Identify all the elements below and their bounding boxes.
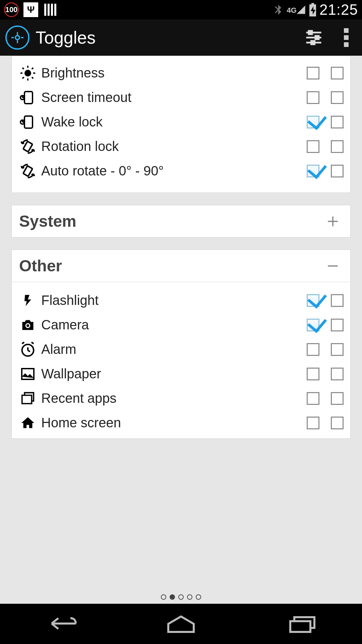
pager-dot[interactable] bbox=[161, 594, 166, 600]
barcode-icon bbox=[43, 2, 58, 17]
checkbox-secondary[interactable] bbox=[331, 140, 344, 153]
svg-rect-7 bbox=[344, 28, 349, 33]
pager-dot[interactable] bbox=[170, 594, 175, 600]
svg-rect-5 bbox=[315, 36, 319, 39]
svg-line-37 bbox=[22, 342, 24, 343]
section-system-title: System bbox=[19, 212, 76, 230]
toggle-row[interactable]: Brightness bbox=[12, 61, 350, 85]
checkbox-secondary[interactable] bbox=[331, 67, 344, 79]
checkbox-secondary[interactable] bbox=[331, 116, 344, 128]
svg-rect-6 bbox=[311, 41, 315, 44]
checkbox-primary[interactable] bbox=[307, 67, 319, 79]
svg-rect-23 bbox=[24, 116, 33, 128]
home-icon bbox=[16, 415, 40, 431]
battery-charging-icon bbox=[309, 3, 317, 16]
collapse-icon[interactable] bbox=[325, 258, 341, 274]
svg-rect-40 bbox=[22, 395, 32, 404]
recent-apps-button[interactable] bbox=[282, 612, 322, 636]
pager-dot[interactable] bbox=[187, 594, 192, 600]
toggle-row[interactable]: Wallpaper bbox=[12, 362, 350, 386]
svg-rect-4 bbox=[309, 31, 312, 34]
back-button[interactable] bbox=[40, 612, 80, 636]
checkbox-primary[interactable] bbox=[307, 368, 319, 380]
svg-line-15 bbox=[22, 68, 24, 69]
overflow-menu-icon[interactable] bbox=[344, 28, 349, 47]
content-area: BrightnessScreen timeoutWake lockRotatio… bbox=[0, 56, 362, 604]
checkbox-secondary[interactable] bbox=[331, 294, 344, 307]
toggle-row[interactable]: Recent apps bbox=[12, 386, 350, 411]
svg-line-17 bbox=[22, 77, 24, 78]
checkbox-primary[interactable] bbox=[307, 116, 319, 128]
checkbox-primary[interactable] bbox=[307, 165, 319, 177]
section-system-card[interactable]: System bbox=[11, 205, 351, 237]
checkbox-secondary[interactable] bbox=[331, 417, 344, 429]
svg-rect-19 bbox=[24, 92, 33, 104]
flash-icon bbox=[16, 292, 40, 309]
checkbox-primary[interactable] bbox=[307, 91, 319, 104]
toggle-row[interactable]: Rotation lock bbox=[12, 134, 350, 159]
svg-point-33 bbox=[26, 324, 29, 327]
svg-rect-27 bbox=[23, 141, 33, 152]
checkbox-secondary[interactable] bbox=[331, 392, 344, 405]
checkbox-secondary[interactable] bbox=[331, 91, 344, 104]
wallpaper-icon bbox=[16, 366, 40, 382]
clock-text: 21:25 bbox=[319, 1, 358, 18]
network-4g-icon: 4G bbox=[287, 5, 306, 15]
toggle-label: Screen timeout bbox=[40, 90, 295, 105]
usb-icon: Ψ bbox=[23, 2, 38, 17]
toggle-row[interactable]: Home screen bbox=[12, 411, 350, 435]
rotate-icon bbox=[16, 162, 40, 180]
toggle-row[interactable]: Flashlight bbox=[12, 288, 350, 313]
page-indicator bbox=[0, 592, 362, 602]
toggle-label: Wake lock bbox=[40, 114, 295, 129]
pager-dot[interactable] bbox=[178, 594, 184, 600]
brightness-icon bbox=[16, 65, 40, 81]
svg-rect-9 bbox=[344, 42, 349, 47]
section-other-card: Other FlashlightCameraAlarmWallpaperRece… bbox=[11, 250, 351, 439]
checkbox-secondary[interactable] bbox=[331, 165, 344, 177]
toggle-label: Home screen bbox=[40, 415, 295, 430]
toggle-row[interactable]: Camera bbox=[12, 313, 350, 337]
toggle-label: Rotation lock bbox=[40, 139, 295, 154]
timeout-icon bbox=[16, 90, 40, 106]
toggle-label: Wallpaper bbox=[40, 366, 295, 381]
sliders-icon[interactable] bbox=[304, 28, 324, 48]
svg-point-0 bbox=[15, 36, 19, 40]
svg-rect-8 bbox=[344, 35, 349, 40]
toggle-label: Recent apps bbox=[40, 391, 295, 406]
checkbox-primary[interactable] bbox=[307, 294, 319, 307]
expand-icon[interactable] bbox=[325, 213, 341, 229]
checkbox-secondary[interactable] bbox=[331, 343, 344, 356]
svg-rect-41 bbox=[290, 621, 310, 632]
svg-point-10 bbox=[24, 70, 31, 76]
timeout-icon bbox=[16, 114, 40, 130]
toggle-row[interactable]: Alarm bbox=[12, 337, 350, 362]
checkbox-primary[interactable] bbox=[307, 140, 319, 153]
pager-dot[interactable] bbox=[196, 594, 201, 600]
checkbox-primary[interactable] bbox=[307, 392, 319, 405]
toggle-label: Alarm bbox=[40, 342, 295, 357]
page-title: Toggles bbox=[36, 28, 304, 48]
checkbox-secondary[interactable] bbox=[331, 319, 344, 331]
bluetooth-icon bbox=[272, 4, 284, 16]
checkbox-primary[interactable] bbox=[307, 319, 319, 331]
svg-line-36 bbox=[28, 350, 30, 352]
checkbox-secondary[interactable] bbox=[331, 368, 344, 380]
toggle-label: Camera bbox=[40, 317, 295, 332]
app-bar: Toggles bbox=[0, 19, 362, 56]
toggle-row[interactable]: Screen timeout bbox=[12, 85, 350, 110]
home-button[interactable] bbox=[161, 612, 201, 636]
svg-line-38 bbox=[32, 342, 34, 343]
section-display-card: BrightnessScreen timeoutWake lockRotatio… bbox=[11, 56, 351, 193]
status-bar: 100 Ψ 4G 21:25 bbox=[0, 0, 362, 19]
alarm-icon bbox=[16, 341, 40, 358]
toggle-row[interactable]: Auto rotate - 0° - 90° bbox=[12, 159, 350, 183]
rotate-icon bbox=[16, 138, 40, 155]
toggle-row[interactable]: Wake lock bbox=[12, 110, 350, 134]
checkbox-primary[interactable] bbox=[307, 343, 319, 356]
recent-icon bbox=[16, 391, 40, 406]
toggle-label: Brightness bbox=[40, 65, 295, 80]
checkbox-primary[interactable] bbox=[307, 417, 319, 429]
svg-line-16 bbox=[32, 77, 33, 78]
section-other-header[interactable]: Other bbox=[12, 250, 350, 282]
